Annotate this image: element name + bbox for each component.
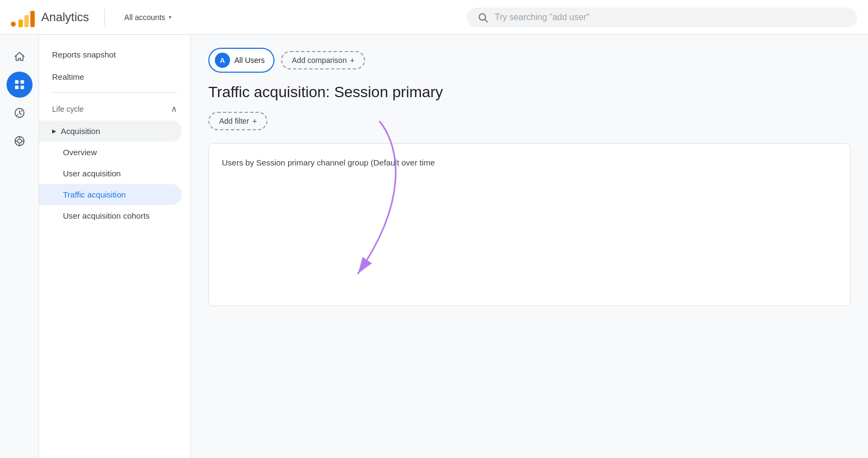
search-bar[interactable]: Try searching "add user"	[467, 8, 857, 27]
logo-area: Analytics All accounts ▾	[11, 8, 195, 27]
traffic-acquisition-item[interactable]: Traffic acquisition	[39, 184, 182, 205]
sidebar-reports-btn[interactable]	[7, 72, 33, 98]
chart-card: Users by Session primary channel group (…	[208, 143, 851, 306]
acquisition-item[interactable]: ▶ Acquisition	[39, 120, 182, 142]
page-title: Traffic acquisition: Session primary	[208, 84, 851, 101]
user-acquisition-item[interactable]: User acquisition	[39, 163, 182, 184]
nav-sidebar: Reports snapshot Realtime Life cycle ∧ ▶…	[39, 35, 191, 458]
svg-rect-2	[15, 80, 18, 84]
all-users-label: All Users	[234, 56, 265, 65]
svg-rect-4	[15, 86, 18, 89]
chart-card-title-text: Users by Session primary channel group (…	[222, 158, 435, 167]
svg-point-8	[17, 139, 21, 143]
chart-card-title: Users by Session primary channel group (…	[222, 157, 837, 169]
search-icon	[477, 12, 488, 23]
analytics-logo	[11, 8, 35, 27]
all-accounts-button[interactable]: All accounts ▾	[120, 10, 175, 25]
reports-snapshot-item[interactable]: Reports snapshot	[39, 43, 190, 66]
acquisition-label: Acquisition	[61, 126, 100, 136]
nav-divider	[52, 92, 177, 93]
realtime-label: Realtime	[52, 72, 84, 81]
all-users-pill[interactable]: A All Users	[208, 48, 275, 73]
chevron-down-icon: ▾	[169, 14, 171, 20]
comparison-bar: A All Users Add comparison +	[208, 48, 851, 73]
sidebar-explore-btn[interactable]	[7, 100, 33, 126]
add-comparison-icon: +	[350, 56, 354, 65]
user-acquisition-cohorts-item[interactable]: User acquisition cohorts	[39, 205, 182, 226]
add-filter-icon: +	[252, 117, 257, 125]
all-users-avatar: A	[215, 53, 230, 68]
app-title: Analytics	[41, 10, 89, 24]
add-filter-label: Add filter	[219, 117, 249, 125]
triangle-icon: ▶	[52, 128, 56, 134]
add-comparison-label: Add comparison	[292, 56, 347, 65]
realtime-item[interactable]: Realtime	[39, 66, 190, 88]
user-acquisition-label: User acquisition	[63, 169, 121, 178]
top-header: Analytics All accounts ▾ Try searching "…	[0, 0, 868, 35]
add-comparison-button[interactable]: Add comparison +	[281, 51, 365, 69]
main-content: A All Users Add comparison + Traffic acq…	[191, 35, 868, 458]
overview-label: Overview	[63, 148, 97, 157]
search-placeholder: Try searching "add user"	[495, 12, 589, 22]
traffic-acquisition-label: Traffic acquisition	[63, 190, 126, 199]
lifecycle-label: Life cycle	[52, 105, 84, 113]
icon-sidebar	[0, 35, 39, 458]
main-body: Reports snapshot Realtime Life cycle ∧ ▶…	[0, 35, 868, 458]
user-acquisition-cohorts-label: User acquisition cohorts	[63, 211, 150, 220]
svg-line-1	[485, 19, 488, 22]
header-divider	[104, 9, 105, 26]
collapse-icon: ∧	[171, 104, 177, 114]
sidebar-home-btn[interactable]	[7, 43, 33, 69]
lifecycle-section[interactable]: Life cycle ∧	[39, 97, 190, 120]
add-filter-button[interactable]: Add filter +	[208, 112, 267, 130]
svg-rect-3	[20, 80, 23, 84]
all-accounts-label: All accounts	[124, 13, 165, 22]
svg-rect-5	[20, 86, 23, 89]
overview-item[interactable]: Overview	[39, 142, 182, 163]
reports-snapshot-label: Reports snapshot	[52, 50, 116, 59]
sidebar-advertising-btn[interactable]	[7, 128, 33, 154]
